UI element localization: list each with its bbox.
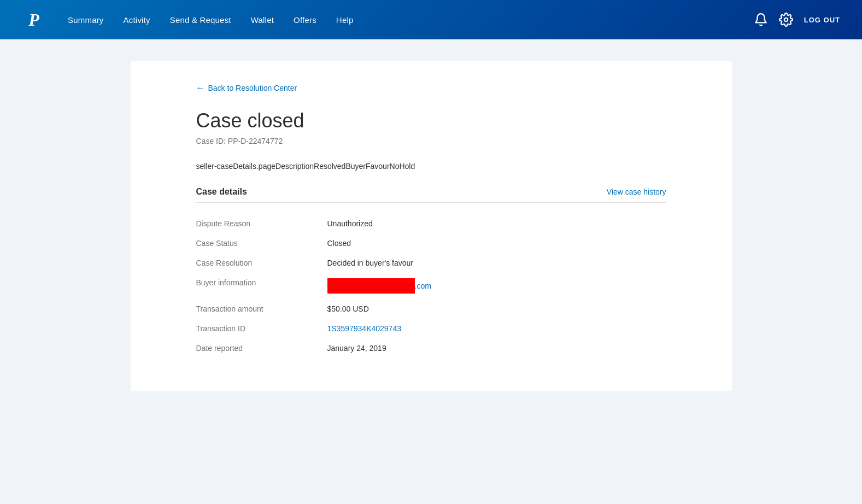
navbar-right: LOG OUT (754, 13, 840, 27)
transaction-id-label: Transaction ID (196, 324, 327, 333)
nav-summary[interactable]: Summary (68, 15, 104, 25)
nav-offers[interactable]: Offers (294, 15, 316, 25)
buyer-information-label: Buyer information (196, 278, 327, 287)
page-wrapper: ← Back to Resolution Center Case closed … (103, 39, 759, 413)
redacted-email-block (327, 278, 415, 294)
case-details-title: Case details (196, 187, 247, 197)
case-details-header: Case details View case history (196, 187, 666, 203)
back-arrow-icon: ← (196, 83, 205, 93)
svg-point-0 (784, 18, 788, 22)
case-resolution-value: Decided in buyer's favour (327, 259, 414, 267)
transaction-amount-label: Transaction amount (196, 304, 327, 313)
page-description: seller-caseDetails.pageDescriptionResolv… (196, 162, 666, 171)
navbar: P Summary Activity Send & Request Wallet… (0, 0, 862, 39)
case-id-label: Case ID: (196, 137, 226, 145)
settings-gear-icon[interactable] (779, 13, 793, 27)
case-details-rows: Dispute Reason Unauthorized Case Status … (196, 214, 666, 358)
case-status-row: Case Status Closed (196, 233, 666, 253)
nav-wallet[interactable]: Wallet (251, 15, 274, 25)
nav-help[interactable]: Help (336, 15, 354, 25)
email-domain: .com (415, 282, 431, 290)
date-reported-row: Date reported January 24, 2019 (196, 338, 666, 358)
case-id-value: PP-D-22474772 (228, 137, 283, 145)
transaction-id-link[interactable]: 1S3597934K4029743 (327, 324, 401, 333)
date-reported-label: Date reported (196, 344, 327, 353)
case-id: Case ID: PP-D-22474772 (196, 137, 666, 145)
paypal-logo[interactable]: P (22, 8, 46, 32)
nav-activity[interactable]: Activity (124, 15, 150, 25)
transaction-amount-value: $50.00 USD (327, 304, 369, 313)
logout-button[interactable]: LOG OUT (804, 16, 840, 24)
buyer-information-value: .com (327, 278, 431, 294)
paypal-logo-text: P (28, 10, 39, 30)
case-title: Case closed (196, 109, 666, 132)
view-case-history-link[interactable]: View case history (607, 187, 666, 196)
date-reported-value: January 24, 2019 (327, 344, 386, 353)
nav-send-request[interactable]: Send & Request (170, 15, 231, 25)
back-to-resolution-center-link[interactable]: ← Back to Resolution Center (196, 83, 666, 93)
dispute-reason-row: Dispute Reason Unauthorized (196, 214, 666, 233)
main-navigation: Summary Activity Send & Request Wallet O… (68, 15, 754, 25)
notification-bell-icon[interactable] (754, 13, 768, 27)
case-status-value: Closed (327, 239, 351, 248)
dispute-reason-label: Dispute Reason (196, 219, 327, 228)
transaction-amount-row: Transaction amount $50.00 USD (196, 299, 666, 319)
case-resolution-label: Case Resolution (196, 259, 327, 267)
dispute-reason-value: Unauthorized (327, 219, 373, 228)
case-resolution-row: Case Resolution Decided in buyer's favou… (196, 253, 666, 273)
back-link-text: Back to Resolution Center (208, 84, 297, 92)
buyer-information-row: Buyer information .com (196, 273, 666, 299)
content-card: ← Back to Resolution Center Case closed … (131, 61, 732, 391)
transaction-id-row: Transaction ID 1S3597934K4029743 (196, 319, 666, 338)
case-status-label: Case Status (196, 239, 327, 248)
